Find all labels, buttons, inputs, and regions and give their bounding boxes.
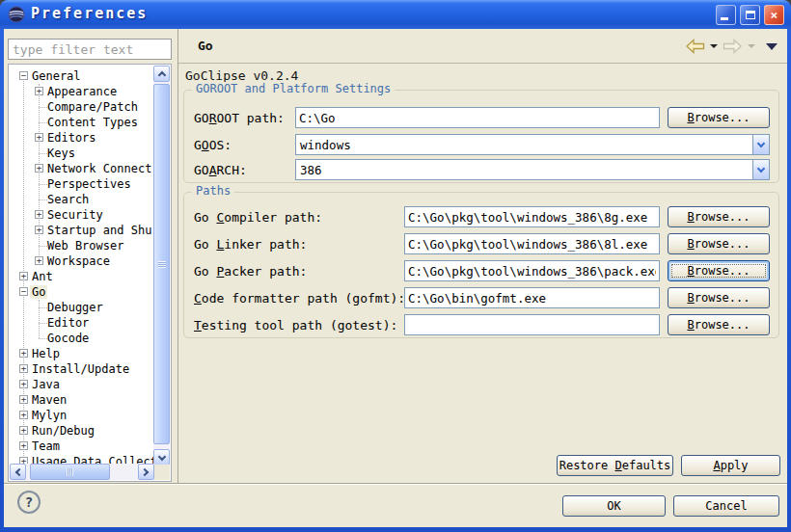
tree-item-security[interactable]: +Security bbox=[10, 207, 154, 223]
apply-button[interactable]: Apply bbox=[681, 455, 780, 476]
group-title: GOROOT and Platform Settings bbox=[192, 82, 395, 96]
maximize-button[interactable] bbox=[740, 5, 760, 25]
testing-tool-path-gotest-input[interactable] bbox=[404, 314, 660, 335]
back-history-dropdown-icon[interactable] bbox=[710, 44, 718, 48]
tree-item-label: Team bbox=[32, 439, 60, 453]
tree-item-install-update[interactable]: +Install/Update bbox=[10, 361, 154, 377]
tree-item-editor[interactable]: Editor bbox=[10, 315, 154, 331]
tree-item-label: Startup and Shu bbox=[47, 224, 151, 237]
expand-toggle-icon[interactable]: + bbox=[19, 272, 28, 280]
expand-toggle-icon[interactable]: + bbox=[19, 349, 28, 358]
chevron-down-icon[interactable] bbox=[752, 135, 769, 154]
page-header: Go bbox=[178, 29, 787, 64]
forward-history-dropdown-icon[interactable] bbox=[748, 44, 755, 48]
expand-toggle-icon[interactable]: + bbox=[19, 426, 28, 435]
tree-item-run-debug[interactable]: +Run/Debug bbox=[10, 423, 154, 439]
tree-item-label: Install/Update bbox=[32, 362, 129, 376]
view-menu-icon[interactable] bbox=[766, 43, 777, 50]
tree-horizontal-scrollbar[interactable] bbox=[10, 464, 154, 480]
cancel-button[interactable]: Cancel bbox=[673, 495, 779, 517]
tree-item-mylyn[interactable]: +Mylyn bbox=[10, 408, 154, 423]
tree-item-go[interactable]: −Go bbox=[10, 284, 154, 300]
expand-toggle-icon[interactable]: + bbox=[35, 226, 43, 234]
tree-item-appearance[interactable]: +Appearance bbox=[10, 84, 154, 99]
expand-toggle-icon[interactable]: + bbox=[19, 364, 28, 373]
tree-item-perspectives[interactable]: Perspectives bbox=[10, 176, 154, 192]
vertical-scrollbar-thumb[interactable] bbox=[153, 84, 170, 444]
thumb-grip-icon bbox=[158, 261, 166, 268]
tree-item-compare-patch[interactable]: Compare/Patch bbox=[10, 99, 154, 115]
preference-page: GoClipse v0.2.4 GOROOT and Platform Sett… bbox=[178, 64, 787, 483]
minimize-button[interactable] bbox=[716, 5, 736, 25]
tree-item-keys[interactable]: Keys bbox=[10, 146, 154, 161]
tree-item-general[interactable]: −General bbox=[10, 68, 154, 84]
scroll-right-button[interactable] bbox=[138, 464, 154, 480]
go-compiler-path-input[interactable] bbox=[404, 206, 660, 227]
tree-item-label: Content Types bbox=[47, 116, 138, 129]
expand-toggle-icon[interactable]: + bbox=[35, 133, 43, 142]
tree-item-gocode[interactable]: Gocode bbox=[10, 331, 154, 346]
expand-toggle-icon[interactable]: + bbox=[19, 411, 28, 419]
tree-item-workspace[interactable]: +Workspace bbox=[10, 253, 154, 269]
tree-item-web-browser[interactable]: Web Browser bbox=[10, 238, 154, 253]
tree-vertical-scrollbar[interactable] bbox=[153, 66, 170, 466]
code-formatter-path-gofmt-browse-button[interactable]: Browse... bbox=[668, 287, 770, 308]
code-formatter-path-gofmt-label: Code formatter path (gofmt): bbox=[194, 291, 405, 306]
expand-toggle-icon[interactable]: + bbox=[35, 164, 43, 173]
expand-toggle-icon[interactable]: + bbox=[35, 210, 43, 219]
help-button[interactable]: ? bbox=[17, 491, 41, 514]
collapse-toggle-icon[interactable]: − bbox=[19, 287, 28, 296]
back-icon[interactable] bbox=[685, 39, 705, 54]
tree-item-maven[interactable]: +Maven bbox=[10, 392, 154, 408]
tree-item-java[interactable]: +Java bbox=[10, 377, 154, 392]
tree-item-startup-and-shu[interactable]: +Startup and Shu bbox=[10, 223, 154, 238]
forward-icon[interactable] bbox=[723, 39, 743, 54]
goroot-browse-button[interactable]: Browse... bbox=[668, 107, 770, 128]
testing-tool-path-gotest-browse-button[interactable]: Browse... bbox=[668, 314, 770, 335]
tree-item-ant[interactable]: +Ant bbox=[10, 269, 154, 284]
close-button[interactable]: × bbox=[764, 5, 784, 25]
tree-item-label: Ant bbox=[32, 270, 53, 283]
expand-toggle-icon[interactable]: + bbox=[35, 256, 43, 265]
goos-value: windows bbox=[300, 138, 351, 152]
tree-item-label: Editor bbox=[47, 316, 89, 330]
collapse-toggle-icon[interactable]: − bbox=[19, 71, 28, 80]
horizontal-scrollbar-thumb[interactable] bbox=[30, 464, 110, 480]
go-compiler-path-label: Go Compiler path: bbox=[194, 210, 322, 225]
tree-connector bbox=[39, 338, 47, 339]
go-packer-path-input[interactable] bbox=[404, 260, 660, 281]
chevron-down-icon[interactable] bbox=[752, 160, 769, 179]
expand-toggle-icon[interactable]: + bbox=[35, 87, 43, 95]
tree-item-search[interactable]: Search bbox=[10, 192, 154, 207]
footer-separator bbox=[4, 483, 787, 485]
titlebar[interactable]: Preferences × bbox=[0, 0, 791, 29]
go-packer-path-browse-button[interactable]: Browse... bbox=[668, 260, 770, 281]
tree-item-help[interactable]: +Help bbox=[10, 346, 154, 361]
go-compiler-path-browse-button[interactable]: Browse... bbox=[668, 206, 770, 227]
go-linker-path-browse-button[interactable]: Browse... bbox=[668, 233, 770, 254]
restore-defaults-button[interactable]: Restore Defaults bbox=[557, 455, 673, 476]
goarch-combo[interactable]: 386 bbox=[295, 159, 770, 180]
maximize-icon bbox=[746, 11, 755, 19]
question-mark-icon: ? bbox=[25, 494, 33, 510]
scroll-left-button[interactable] bbox=[10, 464, 26, 480]
code-formatter-path-gofmt-input[interactable] bbox=[404, 287, 660, 308]
ok-button[interactable]: OK bbox=[562, 495, 666, 517]
expand-toggle-icon[interactable]: + bbox=[19, 441, 28, 450]
filter-input[interactable] bbox=[8, 39, 172, 60]
expand-toggle-icon[interactable]: + bbox=[19, 395, 28, 404]
scroll-up-button[interactable] bbox=[153, 66, 170, 82]
tree-item-editors[interactable]: +Editors bbox=[10, 130, 154, 146]
scroll-down-button[interactable] bbox=[153, 449, 170, 466]
goroot-path-label: GOROOT path: bbox=[194, 111, 285, 125]
tree-item-network-connect[interactable]: +Network Connect bbox=[10, 161, 154, 176]
tree-item-debugger[interactable]: Debugger bbox=[10, 300, 154, 315]
chevron-up-icon bbox=[157, 71, 165, 79]
expand-toggle-icon[interactable]: + bbox=[19, 380, 28, 388]
tree-item-label: Security bbox=[47, 208, 103, 222]
tree-item-team[interactable]: +Team bbox=[10, 439, 154, 454]
goos-combo[interactable]: windows bbox=[295, 134, 770, 155]
tree-item-content-types[interactable]: Content Types bbox=[10, 115, 154, 130]
goroot-path-input[interactable] bbox=[295, 107, 660, 128]
go-linker-path-input[interactable] bbox=[404, 233, 660, 254]
